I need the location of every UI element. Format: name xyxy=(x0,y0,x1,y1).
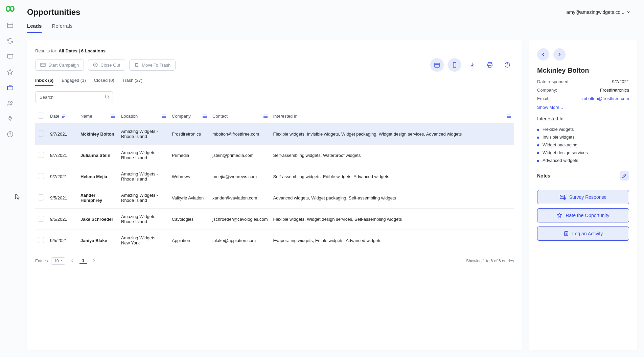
detail-next-button[interactable] xyxy=(553,48,566,61)
entries-select[interactable]: 10 xyxy=(51,257,65,265)
cell-interested: Flexible widgets, Invisible widgets, Wid… xyxy=(271,123,514,145)
search-input[interactable] xyxy=(35,91,113,103)
col-company[interactable]: Company xyxy=(172,114,191,119)
table-row[interactable]: 9/5/2021 Janiya Blake Amazing Widgets - … xyxy=(35,230,514,251)
header: Opportunities amy@amazingwidgets.co... xyxy=(20,0,644,17)
messages-icon[interactable] xyxy=(6,53,14,60)
table-row[interactable]: 9/7/2021 Mckinley Bolton Amazing Widgets… xyxy=(35,123,514,145)
close-out-button[interactable]: Close Out xyxy=(88,60,125,71)
interest-item: Flexible widgets xyxy=(537,125,629,133)
calendar-icon xyxy=(434,62,440,68)
cell-company: Appiation xyxy=(169,230,210,251)
edit-icon xyxy=(622,173,627,178)
interested-label: Interested In xyxy=(537,116,629,121)
calendar-button[interactable] xyxy=(430,58,444,72)
search-box xyxy=(35,91,113,103)
detail-email-value[interactable]: mbolton@frostfiree.com xyxy=(582,96,629,101)
location-button[interactable] xyxy=(448,58,461,72)
col-name[interactable]: Name xyxy=(80,114,92,119)
start-campaign-button[interactable]: Start Campaign xyxy=(35,60,84,71)
row-checkbox[interactable] xyxy=(38,173,44,179)
notes-label: Notes xyxy=(537,173,550,178)
tab-leads[interactable]: Leads xyxy=(27,23,42,33)
briefcase-icon[interactable] xyxy=(6,84,14,91)
col-location[interactable]: Location xyxy=(121,114,138,119)
cell-date: 9/5/2021 xyxy=(47,230,78,251)
help-icon[interactable] xyxy=(6,130,14,138)
download-icon xyxy=(469,62,475,68)
interest-item: Widget design services xyxy=(537,149,629,157)
row-checkbox[interactable] xyxy=(38,130,44,137)
cell-location: Amazing Widgets - Rhode Island xyxy=(118,145,169,166)
print-button[interactable] xyxy=(483,58,497,72)
detail-name: Mckinley Bolton xyxy=(537,67,629,74)
cell-interested: Self-assembling widgets, Edible widgets,… xyxy=(271,166,514,187)
filter-tab-inbox[interactable]: Inbox (6) xyxy=(35,78,53,86)
row-checkbox[interactable] xyxy=(38,237,44,243)
detail-company-label: Company: xyxy=(537,88,557,93)
rate-opportunity-button[interactable]: Rate the Opportunity xyxy=(537,208,629,222)
cell-company: Primedia xyxy=(169,145,210,166)
app-logo xyxy=(4,4,16,14)
interest-item: Widget packaging xyxy=(537,141,629,149)
tab-referrals[interactable]: Referrals xyxy=(52,23,72,33)
cell-location: Amazing Widgets - Rhode Island xyxy=(118,187,169,209)
star-icon xyxy=(557,213,562,218)
page-number[interactable]: 1 xyxy=(79,258,87,264)
mail-icon xyxy=(40,63,46,67)
download-button[interactable] xyxy=(465,58,479,72)
rocket-icon[interactable] xyxy=(6,115,14,122)
svg-point-15 xyxy=(106,95,109,98)
cell-name: Janiya Blake xyxy=(78,230,118,251)
table-row[interactable]: 9/5/2021 Xander Humphrey Amazing Widgets… xyxy=(35,187,514,209)
log-activity-button[interactable]: Log an Activity xyxy=(537,227,629,241)
svg-rect-1 xyxy=(7,54,13,58)
col-interested[interactable]: Interested In xyxy=(273,114,298,119)
menu-icon xyxy=(162,114,166,118)
show-more-link[interactable]: Show More... xyxy=(537,105,563,110)
user-menu[interactable]: amy@amazingwidgets.co... xyxy=(567,9,630,15)
table-row[interactable]: 9/7/2021 Julianna Stein Amazing Widgets … xyxy=(35,145,514,166)
table-row[interactable]: 9/7/2021 Helena Mejia Amazing Widgets - … xyxy=(35,166,514,187)
row-checkbox[interactable] xyxy=(38,194,44,200)
filter-tab-closed[interactable]: Closed (0) xyxy=(94,78,114,86)
dashboard-icon[interactable] xyxy=(6,22,14,29)
svg-rect-9 xyxy=(435,63,439,67)
filter-tab-trash[interactable]: Trash (27) xyxy=(122,78,142,86)
results-filter: Results for: All Dates | 6 Locations xyxy=(35,48,514,53)
detail-prev-button[interactable] xyxy=(537,48,549,61)
search-icon xyxy=(105,94,110,100)
favorites-icon[interactable] xyxy=(6,68,14,76)
detail-company-value: Frostfiretronics xyxy=(600,88,629,93)
row-checkbox[interactable] xyxy=(38,152,44,158)
col-contact[interactable]: Contact xyxy=(212,114,228,119)
cell-location: Amazing Widgets - New York xyxy=(118,230,169,251)
user-email: amy@amazingwidgets.co... xyxy=(567,9,624,15)
svg-point-4 xyxy=(11,102,13,103)
edit-notes-button[interactable] xyxy=(620,171,629,181)
cell-name: Julianna Stein xyxy=(78,145,118,166)
cell-contact: xander@vaviation.com xyxy=(210,187,271,209)
menu-icon xyxy=(507,114,511,118)
cell-location: Amazing Widgets - Rhode Island xyxy=(118,166,169,187)
clipboard-icon xyxy=(564,231,569,236)
cell-name: Xander Humphrey xyxy=(78,187,118,209)
interest-item: Advanced widgets xyxy=(537,157,629,164)
pager-next[interactable] xyxy=(90,259,98,264)
svg-rect-2 xyxy=(7,86,13,90)
cell-location: Amazing Widgets - Rhode Island xyxy=(118,123,169,145)
col-date[interactable]: Date xyxy=(50,114,59,119)
row-checkbox[interactable] xyxy=(38,216,44,222)
pager-prev[interactable] xyxy=(69,259,76,264)
chevron-down-icon xyxy=(626,9,630,15)
cell-contact: jblake@appiation.com xyxy=(210,230,271,251)
refresh-icon[interactable] xyxy=(6,37,14,45)
table-row[interactable]: 9/5/2021 Jake Schroeder Amazing Widgets … xyxy=(35,209,514,230)
cell-contact: hmejia@webrews.com xyxy=(210,166,271,187)
people-icon[interactable] xyxy=(6,99,14,107)
help-button[interactable] xyxy=(501,58,514,72)
move-to-trash-button[interactable]: Move To Trash xyxy=(129,60,176,71)
filter-tab-engaged[interactable]: Engaged (1) xyxy=(62,78,86,86)
select-all-checkbox[interactable] xyxy=(38,113,44,119)
survey-response-button[interactable]: Survey Response xyxy=(537,190,629,204)
